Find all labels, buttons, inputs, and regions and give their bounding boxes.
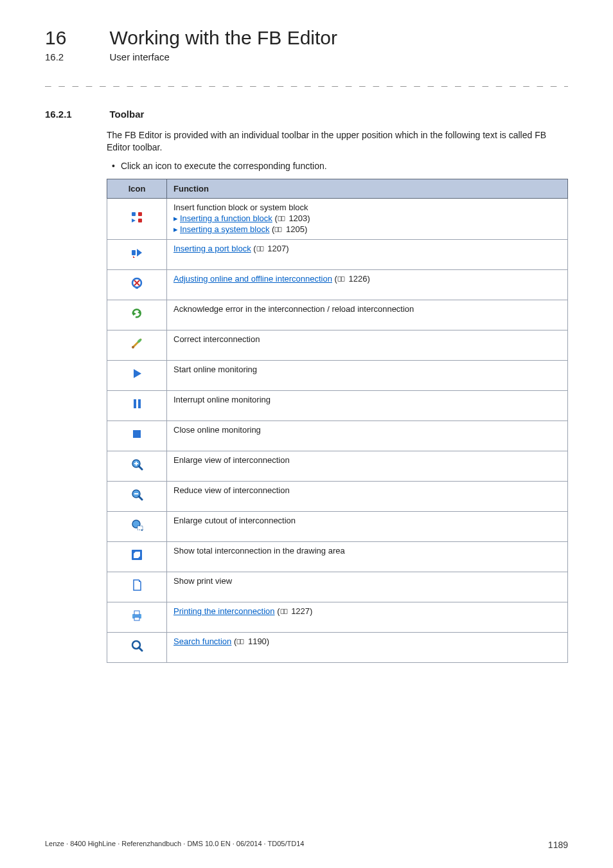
chapter-title: Working with the FB Editor xyxy=(109,27,337,48)
table-row: Insert function block or system block▸In… xyxy=(107,199,568,240)
plain-text: Reduce view of interconnection xyxy=(173,485,290,495)
function-cell: Reduce view of interconnection xyxy=(167,481,568,511)
function-cell: Acknowledge error in the interconnection… xyxy=(167,300,568,330)
link-text[interactable]: Adjusting online and offline interconnec… xyxy=(173,274,332,284)
table-row: Acknowledge error in the interconnection… xyxy=(107,300,568,330)
subsection-header: 16.2.1 Toolbar xyxy=(45,109,568,120)
function-cell: Inserting a port block ( 1207) xyxy=(167,239,568,269)
table-header-function: Function xyxy=(167,179,568,199)
zoom-out-icon xyxy=(107,481,167,511)
link-text[interactable]: Inserting a function block xyxy=(180,213,272,223)
table-row: Show total interconnection in the drawin… xyxy=(107,541,568,572)
horizontal-rule: _ _ _ _ _ _ _ _ _ _ _ _ _ _ _ _ _ _ _ _ … xyxy=(45,75,568,87)
plain-text: Show print view xyxy=(173,576,232,586)
table-header-icon: Icon xyxy=(107,179,167,199)
intro-paragraph: The FB Editor is provided with an indivi… xyxy=(107,129,568,154)
bullet-item: • Click an icon to execute the correspon… xyxy=(112,160,568,172)
insert-port-icon xyxy=(107,239,167,269)
plain-text: Enlarge view of interconnection xyxy=(173,455,290,465)
table-row: Printing the interconnection ( 1227) xyxy=(107,602,568,632)
zoom-in-icon xyxy=(107,451,167,481)
page-ref: ( 1227) xyxy=(277,606,312,616)
bullet-text: Click an icon to execute the correspondi… xyxy=(121,160,327,172)
close-monitor-icon xyxy=(107,420,167,451)
plain-text: Enlarge cutout of interconnection xyxy=(173,516,296,525)
search-icon xyxy=(107,632,167,662)
correct-icon xyxy=(107,330,167,360)
toolbar-table: Icon Function Insert function block or s… xyxy=(107,179,568,663)
print-icon xyxy=(107,602,167,632)
chapter-number: 16 xyxy=(45,27,107,49)
function-cell: Show print view xyxy=(167,572,568,602)
function-cell: Printing the interconnection ( 1227) xyxy=(167,602,568,632)
section-number: 16.2 xyxy=(45,51,107,62)
arrow-icon: ▸ xyxy=(173,213,178,224)
start-monitor-icon xyxy=(107,360,167,390)
page-number: 1189 xyxy=(548,840,568,850)
function-cell: Show total interconnection in the drawin… xyxy=(167,541,568,572)
subsection-number: 16.2.1 xyxy=(45,109,107,120)
page-ref: ( 1190) xyxy=(234,637,269,646)
link-text[interactable]: Search function xyxy=(173,637,231,646)
function-cell: Search function ( 1190) xyxy=(167,632,568,662)
fit-all-icon xyxy=(107,541,167,572)
page-footer: Lenze · 8400 HighLine · Referenzhandbuch… xyxy=(45,840,568,850)
function-cell: Adjusting online and offline interconnec… xyxy=(167,269,568,300)
plain-text: Show total interconnection in the drawin… xyxy=(173,546,345,556)
function-cell: Interrupt online monitoring xyxy=(167,390,568,420)
function-cell: Close online monitoring xyxy=(167,420,568,451)
function-cell: Enlarge cutout of interconnection xyxy=(167,511,568,541)
page-ref: ( 1203) xyxy=(274,213,310,223)
adjust-online-icon xyxy=(107,269,167,300)
table-row: Inserting a port block ( 1207) xyxy=(107,239,568,269)
table-row: Enlarge cutout of interconnection xyxy=(107,511,568,541)
table-row: Enlarge view of interconnection xyxy=(107,451,568,481)
chapter-header: 16 Working with the FB Editor xyxy=(45,27,568,49)
plain-text: Correct interconnection xyxy=(173,334,260,344)
plain-text: Acknowledge error in the interconnection… xyxy=(173,304,414,314)
footer-text: Lenze · 8400 HighLine · Referenzhandbuch… xyxy=(45,840,304,850)
link-text[interactable]: Inserting a port block xyxy=(173,244,251,253)
section-title: User interface xyxy=(109,51,169,62)
insert-block-icon xyxy=(107,199,167,240)
plain-text: Close online monitoring xyxy=(173,425,261,435)
table-row: Correct interconnection xyxy=(107,330,568,360)
table-row: Close online monitoring xyxy=(107,420,568,451)
link-text[interactable]: Inserting a system block xyxy=(180,224,269,234)
section-header: 16.2 User interface xyxy=(45,51,568,63)
print-view-icon xyxy=(107,572,167,602)
interrupt-monitor-icon xyxy=(107,390,167,420)
subsection-title: Toolbar xyxy=(109,109,144,120)
function-cell: Correct interconnection xyxy=(167,330,568,360)
plain-text: Insert function block or system block xyxy=(173,203,308,212)
function-cell: Insert function block or system block▸In… xyxy=(167,199,568,240)
zoom-region-icon xyxy=(107,511,167,541)
table-row: Adjusting online and offline interconnec… xyxy=(107,269,568,300)
function-cell: Enlarge view of interconnection xyxy=(167,451,568,481)
link-text[interactable]: Printing the interconnection xyxy=(173,606,275,616)
ack-reload-icon xyxy=(107,300,167,330)
table-row: Start online monitoring xyxy=(107,360,568,390)
page-ref: ( 1205) xyxy=(272,224,307,234)
plain-text: Interrupt online monitoring xyxy=(173,395,271,404)
table-row: Search function ( 1190) xyxy=(107,632,568,662)
table-row: Show print view xyxy=(107,572,568,602)
table-row: Reduce view of interconnection xyxy=(107,481,568,511)
arrow-icon: ▸ xyxy=(173,224,178,235)
page-ref: ( 1207) xyxy=(253,244,289,253)
bullet-marker: • xyxy=(112,160,121,172)
page-ref: ( 1226) xyxy=(335,274,370,284)
table-row: Interrupt online monitoring xyxy=(107,390,568,420)
function-cell: Start online monitoring xyxy=(167,360,568,390)
plain-text: Start online monitoring xyxy=(173,365,257,374)
